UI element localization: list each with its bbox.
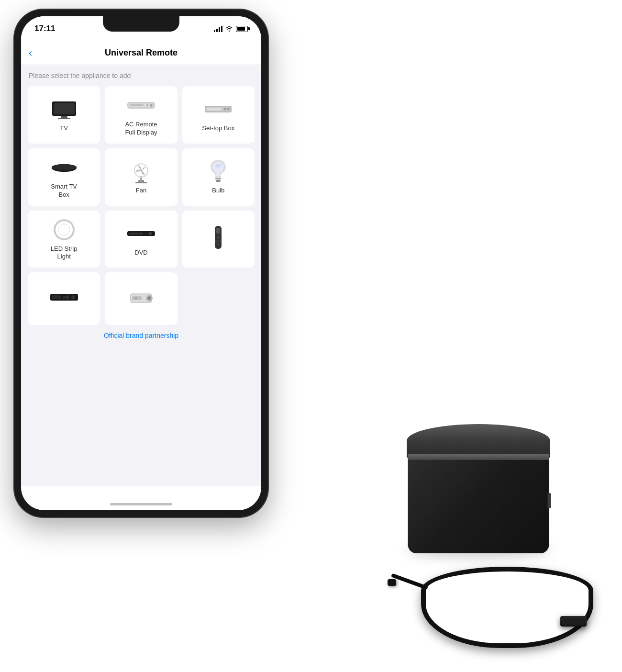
appliance-projector[interactable]: [105, 272, 177, 325]
svg-point-47: [148, 297, 150, 299]
phone-screen: 17:11 ‹: [21, 16, 261, 510]
status-time: 17:11: [34, 24, 55, 34]
svg-point-37: [220, 240, 222, 242]
signal-icon: [214, 25, 222, 32]
appliance-ledstrip[interactable]: LED StripLight: [28, 211, 100, 268]
projector-remote-icon: [203, 227, 233, 248]
svg-point-41: [71, 295, 75, 299]
appliance-dvd[interactable]: DVD: [105, 211, 177, 268]
scene-container: 17:11 ‹: [0, 0, 622, 672]
svg-point-29: [149, 232, 152, 235]
svg-rect-39: [52, 295, 61, 299]
appliance-tv[interactable]: TV: [28, 86, 100, 144]
fan-label: Fan: [136, 187, 146, 195]
content-area: Please select the appliance to add: [21, 65, 261, 486]
svg-point-25: [55, 220, 74, 239]
svg-rect-8: [130, 104, 144, 106]
appliance-settop[interactable]: Set-top Box: [182, 86, 255, 144]
settop-label: Set-top Box: [202, 124, 234, 133]
wifi-icon: [225, 26, 233, 32]
svg-point-36: [215, 240, 217, 242]
svg-rect-32: [216, 228, 220, 234]
svg-point-24: [215, 164, 221, 168]
page-title: Universal Remote: [105, 48, 178, 58]
svg-rect-2: [61, 116, 67, 118]
ledstrip-icon: [49, 219, 79, 240]
appliance-bulb[interactable]: Bulb: [182, 148, 255, 206]
brand-partnership-link[interactable]: Official brand partnership: [28, 332, 255, 339]
fan-icon: [126, 161, 156, 182]
settop-icon: [203, 99, 233, 120]
projector-icon: [126, 287, 156, 308]
appliance-fan[interactable]: Fan: [105, 148, 177, 206]
ac-label: AC RemoteFull Display: [125, 121, 157, 137]
status-icons: [214, 25, 248, 32]
appliance-smarttvbox[interactable]: Smart TVBox: [28, 148, 100, 206]
home-indicator: [110, 503, 172, 505]
svg-point-13: [227, 108, 230, 111]
nav-header: ‹ Universal Remote: [21, 41, 261, 65]
svg-rect-28: [129, 233, 143, 235]
svg-point-16: [52, 164, 77, 170]
appliance-grid: TV AC RemoteF: [28, 86, 255, 325]
svg-rect-22: [215, 178, 221, 179]
svg-rect-1: [54, 103, 75, 114]
device-hub: [383, 404, 574, 586]
svg-point-12: [224, 108, 226, 111]
dvd-label: DVD: [134, 249, 147, 257]
appliance-projector-remote[interactable]: [182, 211, 255, 268]
svg-point-26: [58, 224, 70, 235]
appliance-ac[interactable]: AC RemoteFull Display: [105, 86, 177, 144]
appliance-receiver[interactable]: [28, 272, 100, 325]
tv-icon: [49, 99, 79, 120]
phone-notch: [103, 16, 179, 32]
receiver-icon: [49, 287, 79, 308]
page-subtitle: Please select the appliance to add: [28, 72, 255, 79]
svg-rect-3: [58, 118, 70, 119]
smarttvbox-icon: [49, 157, 79, 178]
svg-rect-23: [216, 180, 221, 182]
svg-point-35: [217, 244, 219, 246]
svg-rect-11: [207, 108, 221, 111]
svg-point-30: [145, 233, 147, 235]
ac-icon: [126, 95, 156, 116]
bulb-icon: [203, 161, 233, 182]
svg-point-7: [146, 104, 148, 106]
svg-point-34: [217, 240, 219, 242]
battery-icon: [236, 26, 248, 32]
svg-point-6: [150, 104, 153, 107]
ledstrip-label: LED StripLight: [51, 245, 78, 261]
phone-frame: 17:11 ‹: [14, 10, 268, 517]
svg-rect-18: [135, 182, 147, 183]
svg-point-33: [217, 236, 220, 239]
smarttvbox-label: Smart TVBox: [51, 183, 77, 199]
bulb-label: Bulb: [212, 187, 224, 195]
tv-label: TV: [60, 124, 68, 133]
svg-rect-42: [63, 296, 66, 299]
back-button[interactable]: ‹: [29, 47, 32, 59]
svg-point-40: [66, 295, 69, 299]
svg-point-49: [134, 297, 137, 300]
dvd-icon: [126, 223, 156, 244]
